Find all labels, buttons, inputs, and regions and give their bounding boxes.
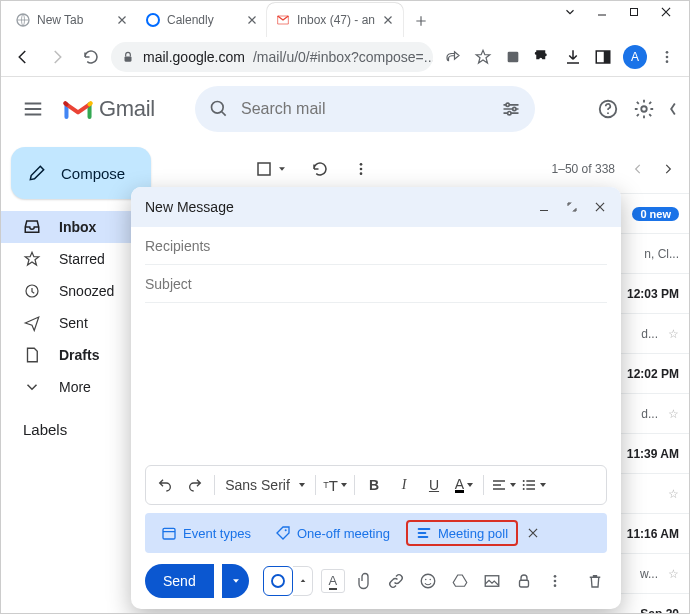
tab-calendly[interactable]: Calendly: [137, 3, 267, 37]
text-format-button[interactable]: A: [321, 569, 345, 593]
header-actions: [597, 98, 677, 120]
maximize-icon[interactable]: [627, 5, 641, 19]
share-icon[interactable]: [443, 47, 463, 67]
tune-icon[interactable]: [501, 99, 521, 119]
font-size-button[interactable]: TT: [322, 471, 348, 499]
compose-label: Compose: [61, 165, 125, 182]
help-icon[interactable]: [597, 98, 619, 120]
svg-point-8: [666, 55, 669, 58]
recipients-field[interactable]: Recipients: [145, 227, 607, 265]
drive-icon[interactable]: [448, 569, 472, 593]
italic-button[interactable]: I: [391, 471, 417, 499]
svg-point-12: [513, 107, 516, 110]
next-page[interactable]: [661, 162, 675, 176]
svg-point-13: [508, 112, 511, 115]
send-button[interactable]: Send: [145, 564, 214, 598]
bold-button[interactable]: B: [361, 471, 387, 499]
row-text: w...: [640, 567, 658, 581]
svg-rect-3: [125, 56, 132, 61]
close-icon[interactable]: [593, 200, 607, 214]
chip-oneoff[interactable]: One-off meeting: [267, 521, 398, 545]
refresh-button[interactable]: [311, 160, 329, 178]
calendly-more[interactable]: [293, 566, 313, 596]
star-icon[interactable]: ☆: [668, 487, 679, 501]
profile-avatar[interactable]: A: [623, 45, 647, 69]
star-icon[interactable]: ☆: [668, 327, 679, 341]
tab-label: New Tab: [37, 13, 109, 27]
subject-field[interactable]: Subject: [145, 265, 607, 303]
font-family-select[interactable]: Sans Serif: [221, 471, 309, 499]
panel-icon[interactable]: [593, 47, 613, 67]
close-icon[interactable]: [381, 13, 395, 27]
tab-gmail[interactable]: Inbox (47) - an: [267, 3, 403, 37]
attach-icon[interactable]: [353, 569, 377, 593]
redo-button[interactable]: [182, 471, 208, 499]
row-time: 11:39 AM: [627, 447, 679, 461]
chip-event-types[interactable]: Event types: [153, 521, 259, 545]
select-all[interactable]: [255, 160, 287, 178]
compose-header[interactable]: New Message: [131, 187, 621, 227]
align-button[interactable]: [490, 471, 516, 499]
image-icon[interactable]: [480, 569, 504, 593]
expand-icon[interactable]: [565, 200, 579, 214]
svg-rect-25: [163, 528, 175, 539]
sidepanel-icon[interactable]: [669, 98, 677, 120]
close-icon[interactable]: [245, 13, 259, 27]
kebab-icon[interactable]: [657, 47, 677, 67]
star-icon[interactable]: ☆: [668, 567, 679, 581]
chip-meeting-poll[interactable]: Meeting poll: [406, 520, 518, 546]
menu-icon[interactable]: [13, 89, 53, 129]
forward-button[interactable]: [43, 43, 71, 71]
star-icon[interactable]: ☆: [668, 407, 679, 421]
chevron-down-icon[interactable]: [563, 5, 577, 19]
more-icon[interactable]: [543, 569, 567, 593]
confidential-icon[interactable]: [512, 569, 536, 593]
gmail-brand: Gmail: [99, 96, 155, 122]
checkbox-icon: [255, 160, 273, 178]
undo-button[interactable]: [152, 471, 178, 499]
trash-icon[interactable]: [583, 569, 607, 593]
row-time: Sep 20: [640, 607, 679, 615]
calendly-button[interactable]: [263, 566, 293, 596]
close-icon[interactable]: [659, 5, 673, 19]
new-tab-button[interactable]: [407, 7, 435, 35]
inbox-icon: [23, 218, 41, 236]
send-options[interactable]: [222, 564, 250, 598]
underline-button[interactable]: U: [421, 471, 447, 499]
link-icon[interactable]: [385, 569, 409, 593]
reload-button[interactable]: [77, 43, 105, 71]
more-button[interactable]: [353, 161, 369, 177]
star-icon[interactable]: [473, 47, 493, 67]
text-color-button[interactable]: A: [451, 471, 477, 499]
extension-icon-1[interactable]: [503, 47, 523, 67]
minimize-icon[interactable]: [537, 200, 551, 214]
prev-page[interactable]: [631, 162, 645, 176]
list-button[interactable]: [520, 471, 546, 499]
close-icon[interactable]: [526, 526, 540, 540]
svg-rect-18: [258, 163, 270, 175]
compose-button[interactable]: Compose: [11, 147, 151, 199]
search-input[interactable]: [241, 100, 489, 118]
download-icon[interactable]: [563, 47, 583, 67]
close-icon[interactable]: [115, 13, 129, 27]
caret-down-icon: [277, 164, 287, 174]
calendly-chips: Event types One-off meeting Meeting poll: [145, 513, 607, 553]
svg-point-21: [360, 172, 363, 175]
svg-point-15: [607, 112, 609, 114]
emoji-icon[interactable]: [416, 569, 440, 593]
gmail-logo[interactable]: Gmail: [63, 96, 155, 122]
puzzle-icon[interactable]: [533, 47, 553, 67]
browser-toolbar: mail.google.com/mail/u/0/#inbox?compose=…: [1, 37, 689, 77]
browser-tabs: New Tab Calendly Inbox (47) - an: [1, 3, 435, 37]
gear-icon[interactable]: [633, 98, 655, 120]
compose-body[interactable]: [131, 303, 621, 465]
back-button[interactable]: [9, 43, 37, 71]
chip-label: Event types: [183, 526, 251, 541]
svg-point-35: [554, 584, 557, 587]
minimize-icon[interactable]: [595, 5, 609, 19]
row-text: d...: [641, 327, 658, 341]
address-bar[interactable]: mail.google.com/mail/u/0/#inbox?compose=…: [111, 42, 433, 72]
search-bar[interactable]: [195, 86, 535, 132]
tab-new[interactable]: New Tab: [7, 3, 137, 37]
svg-point-11: [506, 103, 509, 106]
